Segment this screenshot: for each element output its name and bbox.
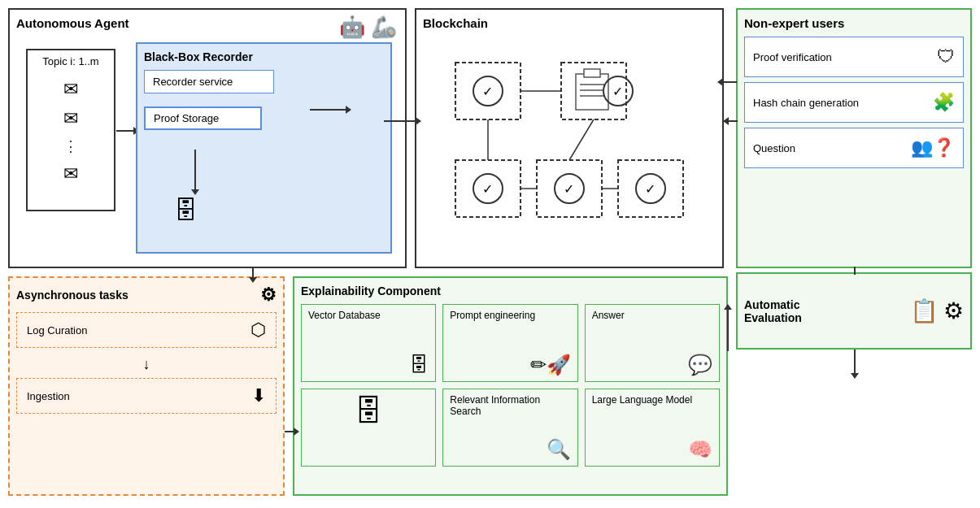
dots: ⋮: [63, 137, 78, 155]
non-expert-section: Non-expert users Proof verification 🛡 Ha…: [736, 8, 972, 268]
non-expert-title: Non-expert users: [744, 16, 964, 30]
svg-text:✓: ✓: [564, 182, 574, 196]
arrow-autoe-to-explain: [854, 350, 856, 374]
question-icon: 👥❓: [911, 137, 955, 158]
answer-label: Answer: [592, 310, 625, 321]
async-gear-icon: ⚙: [260, 284, 277, 306]
async-title: Asynchronous tasks ⚙: [16, 284, 277, 306]
svg-rect-5: [584, 69, 600, 77]
answer-icon: 💬: [688, 354, 712, 376]
log-curation-icon: ⬡: [250, 319, 266, 341]
proof-storage: Proof Storage: [144, 106, 262, 130]
rel-info-icon: 🔍: [547, 438, 571, 461]
svg-line-24: [569, 119, 594, 160]
explain-section: Explainability Component Vector Database…: [293, 276, 728, 496]
database-icon-bbr: 🗄: [173, 197, 198, 224]
llm-icon: 🧠: [688, 438, 712, 461]
checklist-icon: 📋: [910, 297, 939, 324]
prompt-eng-label: Prompt engineering: [450, 310, 535, 321]
down-arrow-async: ↓: [143, 356, 150, 373]
recorder-service: Recorder service: [144, 70, 274, 93]
svg-text:✓: ✓: [612, 85, 623, 98]
async-title-text: Asynchronous tasks: [16, 289, 128, 302]
arrow-bbr-to-blockchain: [310, 109, 346, 111]
diagram: Autonomous Agent 🤖 🦾 Topic i: 1..m ✉ ✉ ⋮…: [0, 0, 980, 508]
svg-text:✓: ✓: [482, 85, 493, 98]
db-icon-item: 🗄: [301, 389, 436, 467]
auto-eval-title: Automatic: [744, 298, 802, 311]
question-label: Question: [753, 142, 904, 154]
hash-chain-label: Hash chain generation: [753, 97, 926, 109]
blockchain-title: Blockchain: [423, 16, 716, 30]
answer-item: Answer 💬: [585, 304, 720, 382]
arrow-async-explain: [285, 431, 294, 432]
ingestion-item: Ingestion ⬇: [16, 378, 277, 414]
question-item: Question 👥❓: [744, 128, 964, 168]
vector-db-item: Vector Database 🗄: [301, 304, 436, 382]
arrow-bbr-blockchain: [384, 120, 416, 122]
ingestion-label: Ingestion: [27, 390, 70, 402]
blockchain-section: Blockchain ✓ ✓ ✓ ✓: [415, 8, 724, 268]
black-box-recorder: Black-Box Recorder Recorder service Proo…: [136, 42, 392, 254]
hash-chain-item: Hash chain generation 🧩: [744, 82, 964, 123]
blockchain-svg: ✓ ✓ ✓ ✓ ✓: [431, 38, 708, 250]
topic-box: Topic i: 1..m ✉ ✉ ⋮ ✉: [26, 49, 115, 211]
prompt-eng-item: Prompt engineering ✏🚀: [442, 304, 577, 382]
auto-eval-title-2: Evaluation: [744, 311, 802, 324]
rel-info-label: Relevant Information Search: [450, 394, 570, 417]
prompt-eng-icon: ✏🚀: [530, 354, 571, 376]
arrow-bbr-to-db: [194, 150, 196, 190]
log-curation-item: Log Curation ⬡: [16, 312, 277, 348]
llm-label: Large Language Model: [592, 394, 692, 406]
auto-eval-icons: 📋 ⚙: [910, 297, 964, 324]
envelope-2: ✉: [63, 108, 78, 129]
topic-label: Topic i: 1..m: [33, 55, 109, 67]
arrow-agent-async: [252, 268, 254, 278]
llm-item: Large Language Model 🧠: [585, 389, 720, 467]
log-curation-label: Log Curation: [27, 324, 87, 336]
vector-db-label: Vector Database: [308, 310, 381, 321]
explain-title: Explainability Component: [301, 284, 720, 297]
db-icon-large: 🗄: [354, 394, 383, 428]
gear-icon: ⚙: [943, 297, 964, 324]
envelope-1: ✉: [63, 79, 78, 100]
v-connector-right: [854, 267, 856, 273]
autonomous-agent-section: Autonomous Agent 🤖 🦾 Topic i: 1..m ✉ ✉ ⋮…: [8, 8, 407, 268]
ingestion-icon: ⬇: [251, 385, 266, 406]
arrow-topic-to-bbr: [116, 130, 134, 132]
v-explain-autoe: [727, 309, 729, 351]
vector-db-icon: 🗄: [409, 354, 429, 376]
proof-verification-label: Proof verification: [753, 51, 930, 63]
auto-eval-section: Automatic Evaluation 📋 ⚙: [736, 272, 972, 350]
arrow-nonexpert-blockchain: [722, 81, 737, 83]
svg-text:✓: ✓: [482, 182, 493, 196]
robot-icon: 🤖 🦾: [339, 15, 397, 40]
hash-icon: 🧩: [933, 92, 955, 113]
proof-verification-item: Proof verification 🛡: [744, 37, 964, 77]
envelope-icons: ✉ ✉ ⋮ ✉: [33, 79, 109, 185]
explain-grid: Vector Database 🗄 Prompt engineering ✏🚀 …: [301, 304, 720, 467]
svg-text:✓: ✓: [645, 182, 656, 196]
rel-info-item: Relevant Information Search 🔍: [442, 389, 577, 467]
bbr-title: Black-Box Recorder: [144, 50, 384, 63]
envelope-3: ✉: [63, 163, 78, 185]
async-section: Asynchronous tasks ⚙ Log Curation ⬡ ↓ In…: [8, 276, 285, 496]
arrow-blockchain-nonexpert: [728, 120, 738, 122]
shield-icon: 🛡: [937, 46, 955, 67]
